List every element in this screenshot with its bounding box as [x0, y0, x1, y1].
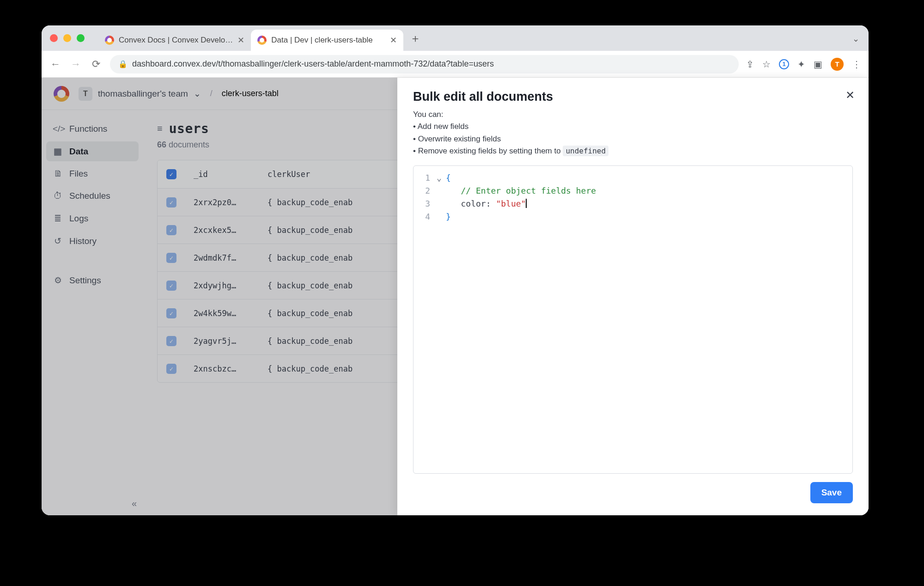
checkbox-icon: ✓	[166, 281, 176, 291]
team-selector[interactable]: T thomasballinger's team ⌄	[79, 87, 201, 101]
checkbox-icon: ✓	[166, 308, 176, 318]
editor-line: 1 ⌄ {	[416, 171, 845, 184]
nav-data[interactable]: ▦Data	[46, 141, 139, 161]
sidenav: </>Functions ▦Data 🗎Files ⏱Schedules ≣Lo…	[42, 110, 143, 515]
convex-logo-icon[interactable]	[54, 86, 69, 102]
checkbox-icon: ✓	[166, 197, 176, 208]
code-token: color: "blue"	[446, 197, 527, 210]
history-icon: ↺	[53, 236, 63, 246]
row-checkbox-cell[interactable]: ✓	[158, 336, 185, 346]
onepassword-icon[interactable]: 1	[779, 59, 789, 69]
line-number: 1	[416, 171, 437, 184]
forward-icon[interactable]: →	[69, 58, 82, 70]
team-avatar: T	[79, 87, 92, 101]
save-button[interactable]: Save	[810, 482, 853, 503]
panel-description: You can: • Add new fields • Overwrite ex…	[413, 109, 853, 157]
browser-window: Convex Docs | Convex Develo… ✕ Data | De…	[42, 25, 869, 515]
nav-label: Logs	[69, 214, 88, 224]
row-checkbox-cell[interactable]: ✓	[158, 364, 185, 374]
id-cell[interactable]: 2yagvr5j…	[185, 336, 259, 346]
panel-icon[interactable]: ▣	[814, 59, 822, 70]
kebab-icon[interactable]: ⋮	[852, 59, 861, 70]
toolbar-right: ⇪ ☆ 1 ✦ ▣ T ⋮	[746, 58, 861, 71]
tabstrip: Convex Docs | Convex Develo… ✕ Data | De…	[42, 25, 869, 51]
reload-icon[interactable]: ⟳	[90, 58, 103, 70]
nav-settings[interactable]: ⚙Settings	[46, 270, 139, 290]
profile-avatar[interactable]: T	[831, 58, 844, 71]
nav-functions[interactable]: </>Functions	[46, 119, 139, 139]
code-icon: </>	[53, 124, 63, 134]
editor-line: 4 }	[416, 210, 845, 223]
row-checkbox-cell[interactable]: ✓	[158, 225, 185, 235]
close-icon[interactable]: ✕	[845, 89, 855, 102]
fold-gutter	[437, 210, 446, 223]
id-cell[interactable]: 2xrx2pz0…	[185, 198, 259, 207]
back-icon[interactable]: ←	[49, 58, 62, 70]
window-minimize-icon[interactable]	[63, 34, 71, 42]
close-icon[interactable]: ✕	[390, 35, 397, 45]
tab-active[interactable]: Data | Dev | clerk-users-table ✕	[251, 30, 403, 51]
row-checkbox-cell[interactable]: ✓	[158, 197, 185, 208]
logs-icon: ≣	[53, 213, 63, 224]
id-cell[interactable]: 2wdmdk7f…	[185, 253, 259, 262]
bullet-text: Add new fields	[418, 122, 469, 131]
share-icon[interactable]: ⇪	[746, 59, 754, 70]
id-cell[interactable]: 2w4kk59w…	[185, 309, 259, 318]
tab-inactive[interactable]: Convex Docs | Convex Develo… ✕	[98, 30, 251, 51]
code-token: {	[446, 171, 451, 184]
panel-title: Bulk edit all documents	[413, 90, 853, 104]
nav-label: Files	[69, 169, 88, 179]
file-icon: 🗎	[53, 169, 63, 179]
extensions-icon[interactable]: ✦	[797, 59, 805, 70]
row-checkbox-cell[interactable]: ✓	[158, 281, 185, 291]
code-editor[interactable]: 1 ⌄ { 2 // Enter object fields here 3 co…	[413, 165, 853, 474]
id-cell[interactable]: 2xnscbzc…	[185, 364, 259, 373]
column-header[interactable]: _id	[185, 170, 259, 179]
code-literal: undefined	[563, 146, 608, 156]
select-all-cell[interactable]: ✓	[158, 169, 185, 179]
url-field[interactable]: 🔒 dashboard.convex.dev/t/thomasballinger…	[110, 55, 739, 73]
close-icon[interactable]: ✕	[237, 35, 244, 45]
code-token: }	[446, 210, 451, 223]
collapse-sidebar-icon[interactable]: «	[132, 498, 137, 509]
window-controls	[50, 34, 85, 42]
bookmark-icon[interactable]: ☆	[762, 59, 771, 70]
line-number: 2	[416, 184, 437, 197]
row-checkbox-cell[interactable]: ✓	[158, 308, 185, 318]
team-name: thomasballinger's team	[98, 89, 188, 99]
new-tab-button[interactable]: ＋	[406, 29, 425, 48]
lock-icon: 🔒	[118, 60, 128, 68]
table-icon: ▦	[53, 146, 63, 157]
fold-gutter	[437, 197, 446, 210]
line-number: 4	[416, 210, 437, 223]
editor-line: 3 color: "blue"	[416, 197, 845, 210]
nav-files[interactable]: 🗎Files	[46, 164, 139, 183]
checkbox-icon: ✓	[166, 336, 176, 346]
project-name[interactable]: clerk-users-tabl	[222, 89, 279, 98]
nav-history[interactable]: ↺History	[46, 231, 139, 251]
code-token: // Enter object fields here	[446, 184, 596, 197]
id-cell[interactable]: 2xcxkex5…	[185, 226, 259, 235]
key-token: color:	[461, 199, 491, 208]
window-maximize-icon[interactable]	[77, 34, 85, 42]
nav-schedules[interactable]: ⏱Schedules	[46, 186, 139, 206]
nav-label: Functions	[69, 124, 107, 134]
chevron-down-icon: ⌄	[194, 88, 201, 99]
tab-title: Data | Dev | clerk-users-table	[271, 36, 385, 45]
fold-gutter	[437, 184, 446, 197]
breadcrumb-sep: /	[210, 89, 213, 98]
id-cell[interactable]: 2xdywjhg…	[185, 281, 259, 290]
nav-label: History	[69, 236, 97, 246]
editor-line: 2 // Enter object fields here	[416, 184, 845, 197]
nav-logs[interactable]: ≣Logs	[46, 208, 139, 228]
fold-icon[interactable]: ⌄	[437, 171, 446, 184]
favicon-icon	[105, 36, 114, 45]
menu-icon[interactable]: ≡	[157, 123, 163, 134]
count-suffix: documents	[169, 140, 209, 149]
tab-title: Convex Docs | Convex Develo…	[119, 36, 233, 45]
row-checkbox-cell[interactable]: ✓	[158, 253, 185, 263]
app-area: T thomasballinger's team ⌄ / clerk-users…	[42, 78, 869, 515]
tabs-dropdown-icon[interactable]: ⌄	[852, 34, 859, 44]
nav-label: Data	[69, 146, 88, 157]
window-close-icon[interactable]	[50, 34, 58, 42]
